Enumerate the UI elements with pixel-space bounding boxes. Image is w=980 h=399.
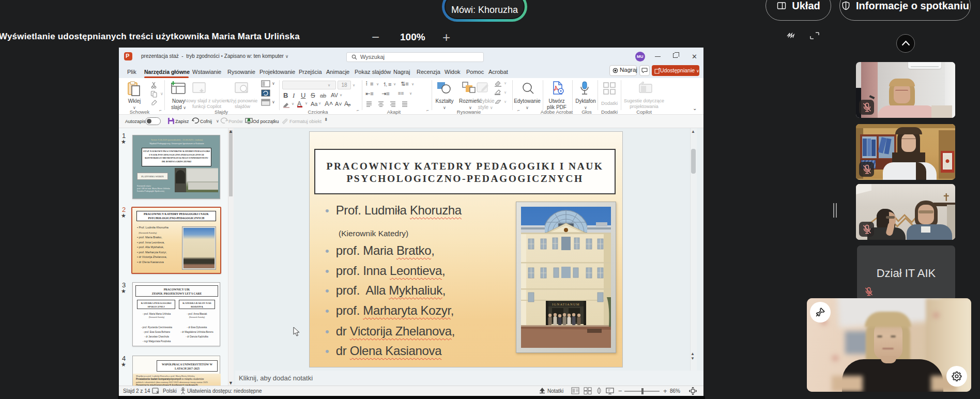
svg-text:IGNATIANUM: IGNATIANUM [552, 302, 580, 306]
